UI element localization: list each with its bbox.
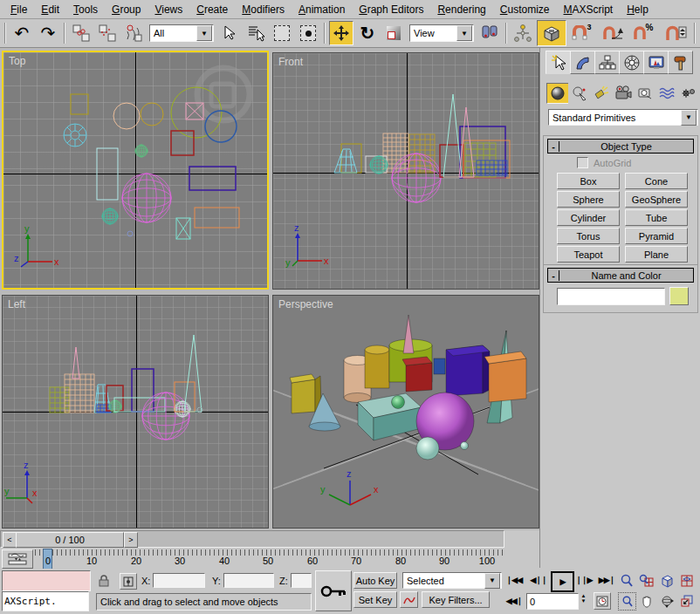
menu-modifiers[interactable]: Modifiers xyxy=(235,1,292,18)
viewport-left[interactable]: Left xyxy=(2,295,269,529)
viewport-perspective[interactable]: Perspective xyxy=(272,295,539,529)
plane-button[interactable]: Plane xyxy=(625,246,688,263)
key-filter-selection-combo[interactable]: Selected ▼ xyxy=(402,572,502,589)
box-button[interactable]: Box xyxy=(557,173,620,189)
chevron-down-icon[interactable]: ▼ xyxy=(196,25,212,41)
primitive-category-combo[interactable]: Standard Primitives ▼ xyxy=(548,109,698,126)
default-in-out-tangents-icon[interactable] xyxy=(400,591,418,608)
category-lights-icon[interactable] xyxy=(590,83,613,104)
snap-3d-magnet-icon[interactable]: 3 xyxy=(568,21,596,45)
cone-button[interactable]: Cone xyxy=(625,173,688,189)
category-cameras-icon[interactable] xyxy=(612,83,635,104)
chevron-down-icon[interactable]: ▼ xyxy=(484,573,500,589)
menu-animation[interactable]: Animation xyxy=(292,1,352,18)
current-frame-field[interactable]: 0 xyxy=(526,593,579,610)
category-spacewarps-icon[interactable] xyxy=(655,83,678,104)
select-and-move-icon[interactable] xyxy=(329,21,353,45)
category-helpers-icon[interactable] xyxy=(634,83,656,104)
macro-recorder-field[interactable] xyxy=(2,570,91,591)
category-shapes-icon[interactable] xyxy=(568,83,591,104)
object-name-input[interactable] xyxy=(557,288,665,305)
menu-graph-editors[interactable]: Graph Editors xyxy=(352,1,430,18)
select-and-link-icon[interactable] xyxy=(69,21,93,45)
angle-snap-icon[interactable] xyxy=(598,21,628,45)
snaps-toggle-icon[interactable] xyxy=(537,20,566,46)
key-mode-toggle-icon[interactable]: ◀◀❘ xyxy=(504,593,524,609)
selection-lock-icon[interactable] xyxy=(98,575,110,589)
reference-coordinate-combo[interactable]: View ▼ xyxy=(409,24,474,42)
x-coordinate-field[interactable] xyxy=(153,573,205,588)
spinner-snap-icon[interactable] xyxy=(661,21,690,45)
chevron-down-icon[interactable]: ▼ xyxy=(456,25,472,41)
key-filters-button[interactable]: Key Filters... xyxy=(422,591,490,608)
tube-button[interactable]: Tube xyxy=(625,209,688,226)
next-frame-arrow[interactable]: > xyxy=(124,532,138,548)
frame-spinner[interactable]: ▲▼ xyxy=(579,593,588,610)
go-to-end-icon[interactable]: ▶▶❘ xyxy=(597,572,616,588)
category-systems-icon[interactable] xyxy=(677,83,700,104)
rectangular-selection-region-icon[interactable] xyxy=(270,21,294,45)
object-color-swatch[interactable] xyxy=(669,287,689,305)
select-and-rotate-icon[interactable]: ↻ xyxy=(355,21,380,45)
maxscript-mini-listener[interactable]: AXScript. xyxy=(2,591,89,611)
absolute-mode-toggle-icon[interactable] xyxy=(120,573,137,590)
menu-file[interactable]: File xyxy=(3,1,34,18)
percent-snap-icon[interactable]: % xyxy=(629,21,659,45)
viewport-front-canvas[interactable]: z x y xyxy=(273,53,539,289)
go-to-start-icon[interactable]: ❘◀◀ xyxy=(504,572,524,588)
y-coordinate-field[interactable] xyxy=(223,573,274,588)
cylinder-button[interactable]: Cylinder xyxy=(557,209,620,226)
pyramid-button[interactable]: Pyramid xyxy=(625,228,688,244)
previous-frame-arrow[interactable]: < xyxy=(3,532,17,548)
collapse-icon[interactable]: - xyxy=(548,141,559,152)
menu-group[interactable]: Group xyxy=(105,1,148,18)
viewport-left-canvas[interactable]: z y x xyxy=(3,296,268,528)
tab-create[interactable] xyxy=(546,51,571,74)
torus-button[interactable]: Torus xyxy=(557,228,620,244)
track-bar-ruler[interactable]: 0 10 20 30 40 50 60 70 80 90 100 xyxy=(35,549,504,569)
menu-create[interactable]: Create xyxy=(189,1,235,18)
selection-filter-combo[interactable]: All ▼ xyxy=(149,24,214,42)
time-configuration-icon[interactable] xyxy=(594,592,611,610)
play-icon[interactable]: ▶ xyxy=(551,571,574,592)
menu-maxscript[interactable]: MAXScript xyxy=(557,1,621,18)
category-geometry-icon[interactable] xyxy=(546,83,569,104)
geosphere-button[interactable]: GeoSphere xyxy=(625,191,688,208)
zoom-all-icon[interactable] xyxy=(638,572,655,589)
time-slider-handle[interactable]: 0 / 100 xyxy=(16,532,124,548)
use-pivot-point-center-icon[interactable] xyxy=(477,21,502,45)
menu-views[interactable]: Views xyxy=(148,1,189,18)
viewport-top[interactable]: Top xyxy=(2,51,269,290)
select-and-manipulate-icon[interactable] xyxy=(511,21,535,45)
teapot-button[interactable]: Teapot xyxy=(557,246,620,263)
zoom-extents-icon[interactable] xyxy=(658,572,675,589)
tab-display[interactable] xyxy=(643,51,669,74)
arc-rotate-icon[interactable] xyxy=(658,592,675,609)
object-type-header[interactable]: - Object Type xyxy=(547,139,694,154)
pan-hand-icon[interactable] xyxy=(638,592,655,609)
chevron-down-icon[interactable]: ▼ xyxy=(681,110,697,126)
collapse-icon[interactable]: - xyxy=(548,270,559,281)
menu-tools[interactable]: Tools xyxy=(66,1,105,18)
zoom-icon[interactable] xyxy=(618,572,635,589)
next-frame-icon[interactable]: ❘❘▶ xyxy=(574,572,594,588)
set-key-button[interactable]: Set Key xyxy=(353,591,397,608)
unlink-selection-icon[interactable] xyxy=(95,21,120,45)
zoom-region-icon[interactable] xyxy=(618,592,636,611)
auto-key-button[interactable]: Auto Key xyxy=(353,572,397,589)
name-color-header[interactable]: - Name and Color xyxy=(547,268,694,283)
menu-edit[interactable]: Edit xyxy=(34,1,66,18)
bind-to-space-warp-icon[interactable] xyxy=(121,21,146,45)
window-crossing-icon[interactable] xyxy=(296,21,320,45)
select-and-scale-icon[interactable] xyxy=(381,21,406,45)
menu-help[interactable]: Help xyxy=(620,1,655,18)
autogrid-checkbox[interactable] xyxy=(577,157,588,168)
select-by-name-icon[interactable] xyxy=(244,21,268,45)
open-mini-curve-editor-icon[interactable] xyxy=(2,549,33,569)
sphere-button[interactable]: Sphere xyxy=(557,191,620,208)
tab-utilities[interactable] xyxy=(668,51,693,74)
zoom-extents-all-icon[interactable] xyxy=(678,572,695,589)
viewport-front[interactable]: Front xyxy=(272,52,539,290)
viewport-top-canvas[interactable]: y x z xyxy=(3,52,267,288)
keyboard-shortcut-override-icon[interactable] xyxy=(315,570,352,611)
